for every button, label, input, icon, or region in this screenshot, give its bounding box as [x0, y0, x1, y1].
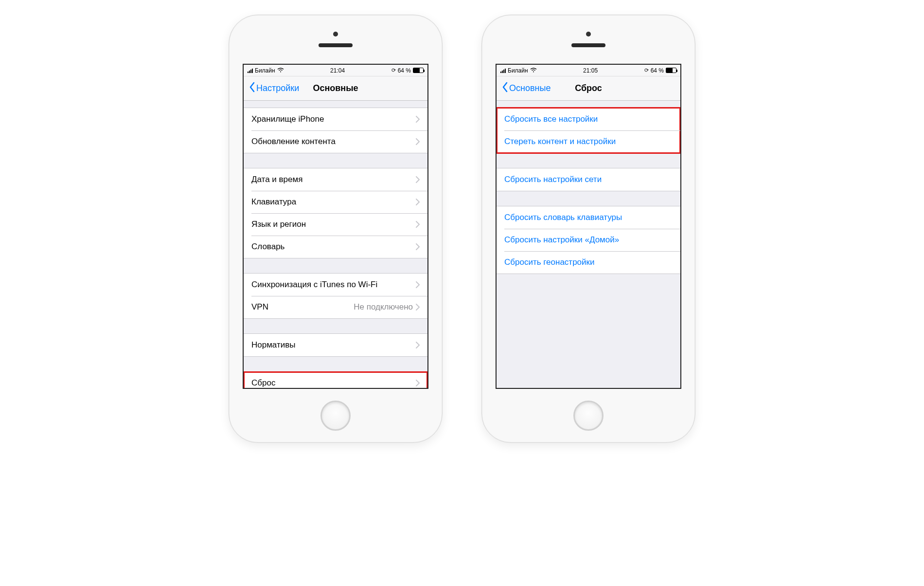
chevron-right-icon: [416, 380, 420, 386]
chevron-right-icon: [416, 199, 420, 205]
row-label: Дата и время: [251, 175, 416, 184]
row-label: Стереть контент и настройки: [504, 137, 673, 146]
battery-icon: [413, 68, 424, 73]
chevron-right-icon: [416, 116, 420, 123]
camera-dot: [333, 32, 338, 37]
status-right: ⟳ 64 %: [391, 67, 424, 74]
carrier-label: Билайн: [255, 67, 275, 74]
settings-row[interactable]: Словарь: [244, 236, 427, 258]
settings-row[interactable]: Синхронизация с iTunes по Wi-Fi: [244, 274, 427, 296]
battery-icon: [666, 68, 676, 73]
settings-row[interactable]: Клавиатура: [244, 191, 427, 213]
row-label: Синхронизация с iTunes по Wi-Fi: [251, 280, 416, 290]
settings-row[interactable]: Обновление контента: [244, 130, 427, 153]
wifi-icon: [277, 68, 284, 73]
settings-group: Синхронизация с iTunes по Wi-FiVPNНе под…: [244, 273, 427, 319]
rotation-lock-icon: ⟳: [391, 67, 396, 73]
wifi-icon: [530, 68, 537, 73]
signal-icon: [500, 68, 506, 73]
settings-row[interactable]: Сбросить все настройки: [497, 108, 680, 130]
settings-row[interactable]: Дата и время: [244, 168, 427, 191]
carrier-label: Билайн: [508, 67, 528, 74]
settings-group: Хранилище iPhoneОбновление контента: [244, 108, 427, 153]
screen-right: Билайн 21:05 ⟳ 64 % Основные Сброс Сброс…: [496, 64, 681, 389]
row-label: Клавиатура: [251, 197, 416, 207]
row-label: Сбросить настройки «Домой»: [504, 235, 673, 245]
back-label: Настройки: [256, 83, 299, 93]
screen-left: Билайн 21:04 ⟳ 64 % Настройки Основные Х…: [243, 64, 428, 389]
camera-dot: [586, 32, 591, 37]
settings-group: Сбросить все настройкиСтереть контент и …: [497, 108, 680, 153]
settings-row[interactable]: Хранилище iPhone: [244, 108, 427, 130]
speaker-slot: [571, 43, 605, 47]
status-time: 21:04: [330, 67, 345, 74]
settings-row[interactable]: Сбросить настройки сети: [497, 168, 680, 191]
settings-group: Сбросить настройки сети: [497, 168, 680, 191]
row-label: Сбросить словарь клавиатуры: [504, 213, 673, 222]
row-label: Сбросить геонастройки: [504, 257, 673, 267]
chevron-left-icon: [249, 82, 255, 95]
settings-group: Сбросить словарь клавиатурыСбросить наст…: [497, 206, 680, 274]
row-label: Обновление контента: [251, 137, 416, 146]
back-button[interactable]: Настройки: [249, 82, 299, 95]
row-label: Язык и регион: [251, 220, 416, 229]
status-bar: Билайн 21:05 ⟳ 64 %: [497, 65, 680, 76]
row-label: Сброс: [251, 378, 416, 388]
nav-bar: Настройки Основные: [244, 76, 427, 101]
back-label: Основные: [509, 83, 551, 93]
chevron-right-icon: [416, 304, 420, 311]
row-label: VPN: [251, 302, 354, 312]
settings-group: Нормативы: [244, 333, 427, 357]
rotation-lock-icon: ⟳: [644, 67, 649, 73]
row-label: Словарь: [251, 242, 416, 252]
chevron-right-icon: [416, 243, 420, 250]
row-label: Сбросить настройки сети: [504, 175, 673, 184]
speaker-slot: [319, 43, 353, 47]
settings-row[interactable]: Нормативы: [244, 334, 427, 356]
status-bar: Билайн 21:04 ⟳ 64 %: [244, 65, 427, 76]
home-button[interactable]: [320, 401, 351, 431]
chevron-left-icon: [501, 82, 508, 95]
settings-row[interactable]: Сбросить словарь клавиатуры: [497, 206, 680, 229]
status-left: Билайн: [248, 67, 284, 74]
home-button[interactable]: [573, 401, 604, 431]
battery-pct: 64 %: [398, 67, 411, 74]
status-left: Билайн: [500, 67, 537, 74]
chevron-right-icon: [416, 281, 420, 288]
settings-row[interactable]: Язык и регион: [244, 213, 427, 236]
iphone-device-right: Билайн 21:05 ⟳ 64 % Основные Сброс Сброс…: [481, 15, 695, 443]
chevron-right-icon: [416, 221, 420, 228]
settings-group: Дата и времяКлавиатураЯзык и регионСлова…: [244, 168, 427, 258]
row-label: Сбросить все настройки: [504, 114, 673, 124]
status-time: 21:05: [583, 67, 598, 74]
settings-row[interactable]: VPNНе подключено: [244, 296, 427, 318]
settings-content[interactable]: Хранилище iPhoneОбновление контентаДата …: [244, 101, 427, 388]
chevron-right-icon: [416, 138, 420, 145]
chevron-right-icon: [416, 176, 420, 183]
row-value: Не подключено: [354, 302, 413, 312]
battery-pct: 64 %: [651, 67, 664, 74]
back-button[interactable]: Основные: [501, 82, 551, 95]
settings-row[interactable]: Сбросить настройки «Домой»: [497, 229, 680, 251]
iphone-device-left: Билайн 21:04 ⟳ 64 % Настройки Основные Х…: [229, 15, 443, 443]
row-label: Нормативы: [251, 340, 416, 350]
signal-icon: [248, 68, 253, 73]
row-label: Хранилище iPhone: [251, 114, 416, 124]
status-right: ⟳ 64 %: [644, 67, 676, 74]
settings-content[interactable]: Сбросить все настройкиСтереть контент и …: [497, 101, 680, 388]
settings-row[interactable]: Стереть контент и настройки: [497, 130, 680, 153]
nav-bar: Основные Сброс: [497, 76, 680, 101]
settings-group: СбросВыключить: [244, 371, 427, 388]
settings-row[interactable]: Сбросить геонастройки: [497, 251, 680, 274]
settings-row[interactable]: Сброс: [244, 372, 427, 388]
chevron-right-icon: [416, 342, 420, 348]
